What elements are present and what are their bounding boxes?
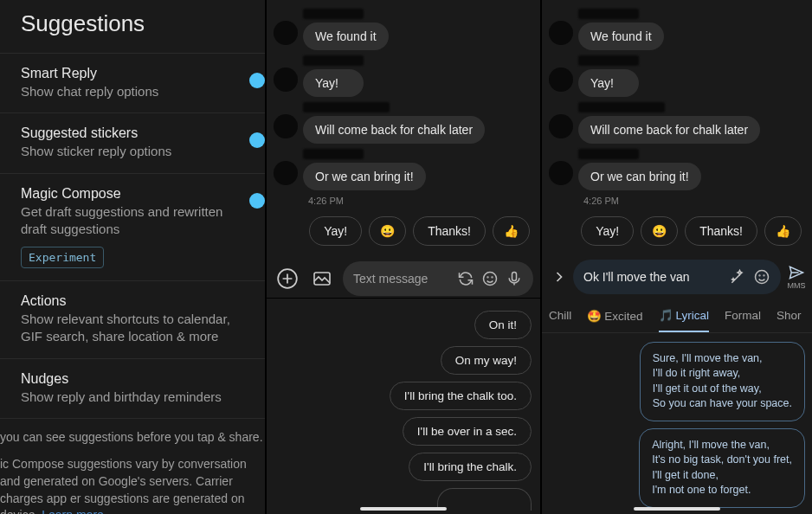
footer-note-2: ic Compose suggestions vary by conversat… — [0, 456, 265, 514]
compose-input[interactable]: Text message — [343, 261, 533, 296]
toggle-switch[interactable] — [249, 132, 265, 148]
message-row: Will come back for chalk later — [549, 102, 805, 144]
quick-reply-row: Yay! 😀 Thanks! 👍 — [267, 213, 540, 254]
home-indicator — [360, 507, 447, 511]
message-row: Will come back for chalk later — [274, 102, 533, 144]
message-row: We found it — [274, 9, 533, 50]
compose-row: Text message — [267, 254, 540, 303]
compose-value: Ok I'll move the van — [583, 270, 722, 284]
message-row: Or we can bring it! — [274, 149, 533, 190]
refresh-icon[interactable] — [457, 270, 474, 287]
setting-desc: Show sticker reply options — [21, 143, 244, 160]
suggestion-chip[interactable]: I'll be over in a sec. — [403, 417, 532, 446]
redacted-name — [578, 102, 665, 112]
tab-chill[interactable]: Chill — [549, 309, 571, 331]
suggestion-drawer: On it! On my way! I'll bring the chalk t… — [267, 298, 540, 514]
setting-smart-reply[interactable]: Smart Reply Show chat reply options — [0, 53, 265, 112]
setting-desc: Show reply and birthday reminders — [21, 389, 244, 406]
setting-desc: Show chat reply options — [21, 83, 244, 100]
quick-reply-emoji-chip[interactable]: 😀 — [641, 216, 678, 246]
setting-label: Suggested stickers — [21, 125, 244, 141]
emoji-icon[interactable] — [753, 268, 770, 286]
avatar — [549, 161, 573, 185]
message-bubble: Will come back for chalk later — [303, 116, 485, 144]
gallery-icon[interactable] — [308, 265, 336, 292]
message-bubble: Or we can bring it! — [578, 163, 701, 190]
quick-reply-chip[interactable]: Thanks! — [685, 216, 757, 246]
message-row: Yay! — [549, 55, 805, 97]
suggestion-chip[interactable]: On it! — [474, 311, 532, 339]
redacted-name — [303, 149, 364, 159]
redacted-name — [578, 149, 639, 159]
avatar — [274, 114, 298, 138]
quick-reply-chip[interactable]: Thanks! — [413, 216, 486, 246]
redacted-name — [303, 9, 364, 19]
message-list: We found it Yay! Will come back for chal… — [542, 0, 812, 213]
quick-reply-emoji-chip[interactable]: 😀 — [369, 216, 406, 246]
suggestion-chip-cut[interactable] — [437, 488, 532, 511]
setting-label: Smart Reply — [21, 66, 244, 81]
tab-formal[interactable]: Formal — [725, 309, 761, 331]
setting-actions[interactable]: Actions Show relevant shortcuts to calen… — [0, 280, 265, 358]
tab-lyrical[interactable]: 🎵Lyrical — [659, 308, 710, 332]
toggle-switch[interactable] — [249, 193, 265, 209]
message-row: Yay! — [274, 55, 533, 97]
tab-excited[interactable]: 🤩Excited — [587, 309, 642, 331]
quick-reply-chip[interactable]: Yay! — [581, 216, 634, 246]
mic-icon[interactable] — [506, 270, 523, 287]
chevron-right-icon[interactable] — [545, 268, 573, 286]
avatar — [549, 21, 573, 45]
chat-panel-suggestions: We found it Yay! Will come back for chal… — [265, 0, 540, 514]
experiment-badge: Experiment — [21, 247, 104, 268]
message-bubble: Or we can bring it! — [303, 163, 426, 190]
footer-note-1: you can see suggestions before you tap &… — [0, 418, 265, 457]
message-bubble: We found it — [578, 22, 664, 50]
quick-reply-emoji-chip[interactable]: 👍 — [493, 216, 530, 246]
lyric-suggestions: Sure, I'll move the van, I'll do it righ… — [542, 333, 812, 514]
add-icon[interactable] — [274, 265, 301, 292]
avatar — [549, 114, 573, 138]
suggestion-chip[interactable]: On my way! — [441, 346, 532, 375]
home-indicator — [634, 507, 720, 511]
quick-reply-chip[interactable]: Yay! — [309, 216, 362, 246]
redacted-name — [303, 55, 364, 66]
message-row: Or we can bring it! — [549, 149, 805, 190]
redacted-name — [578, 9, 639, 19]
send-button[interactable]: MMS — [784, 264, 809, 290]
message-bubble: Yay! — [578, 69, 639, 97]
redacted-name — [578, 55, 639, 66]
learn-more-link[interactable]: Learn more — [42, 508, 104, 514]
toggle-switch[interactable] — [249, 73, 265, 88]
setting-nudges[interactable]: Nudges Show reply and birthday reminders — [0, 358, 265, 418]
quick-reply-emoji-chip[interactable]: 👍 — [764, 216, 802, 246]
setting-desc: Show relevant shortcuts to calendar, GIF… — [21, 311, 244, 346]
setting-label: Actions — [21, 293, 244, 309]
setting-magic-compose[interactable]: Magic Compose Get draft suggestions and … — [0, 173, 265, 281]
settings-panel: Suggestions Smart Reply Show chat reply … — [0, 0, 265, 514]
lyric-suggestion[interactable]: Sure, I'll move the van, I'll do it righ… — [640, 342, 805, 421]
avatar — [274, 161, 298, 185]
svg-point-7 — [759, 275, 760, 276]
lyric-suggestion[interactable]: Alright, I'll move the van, It's no big … — [639, 428, 805, 508]
suggestion-chip[interactable]: I'll bring the chalk too. — [390, 382, 532, 410]
magic-wand-icon[interactable] — [729, 268, 746, 286]
svg-point-8 — [764, 275, 764, 276]
suggestion-chip[interactable]: I'll bring the chalk. — [409, 453, 532, 481]
tab-short[interactable]: Shor — [777, 309, 802, 331]
redacted-name — [303, 102, 390, 112]
compose-placeholder: Text message — [353, 272, 450, 286]
message-row: We found it — [549, 9, 805, 50]
svg-rect-5 — [512, 273, 517, 281]
compose-input[interactable]: Ok I'll move the van — [573, 260, 781, 294]
send-icon — [788, 264, 805, 281]
svg-point-3 — [487, 277, 488, 278]
chat-panel-magic-compose: We found it Yay! Will come back for chal… — [540, 0, 812, 514]
quick-reply-row: Yay! 😀 Thanks! 👍 — [542, 213, 812, 254]
svg-point-2 — [484, 273, 497, 286]
timestamp: 4:26 PM — [583, 196, 805, 206]
setting-label: Nudges — [21, 371, 244, 387]
timestamp: 4:26 PM — [308, 196, 533, 206]
page-title: Suggestions — [0, 0, 265, 53]
setting-suggested-stickers[interactable]: Suggested stickers Show sticker reply op… — [0, 112, 265, 172]
emoji-icon[interactable] — [481, 270, 499, 287]
